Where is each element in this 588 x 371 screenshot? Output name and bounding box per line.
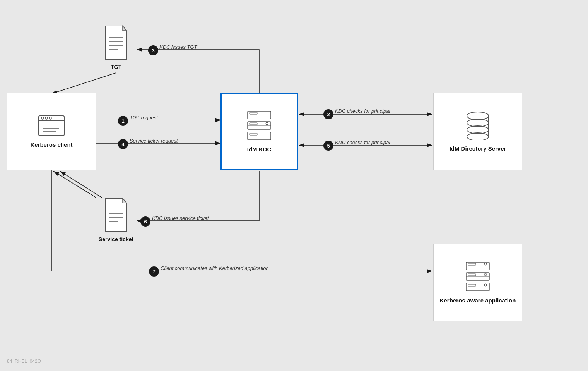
step-5-label: KDC checks for principal [335,139,390,145]
tgt-box: TGT [97,25,135,76]
step-2-label: KDC checks for principal [335,108,390,114]
idm-kdc-label: IdM KDC [247,146,272,153]
svg-marker-45 [106,26,126,59]
service-ticket-icon [103,198,130,234]
idm-ds-box: IdM Directory Server [433,93,522,170]
step-7-circle: 7 [149,266,159,277]
svg-point-15 [45,117,48,119]
svg-point-16 [49,117,51,119]
idm-ds-icon [464,111,491,142]
tgt-label: TGT [111,64,121,70]
svg-marker-46 [123,26,126,31]
step-5-circle: 5 [323,141,333,151]
kerb-app-icon [464,261,491,294]
svg-line-5 [51,73,116,94]
kerberos-client-box: Kerberos client [7,93,96,170]
step-7-label: Client communicates with Kerberized appl… [161,265,269,271]
step-3-label: KDC issues TGT [159,44,197,50]
tgt-icon [103,25,130,62]
svg-point-23 [266,112,268,114]
svg-line-9 [53,171,96,198]
step-2-circle: 2 [323,109,333,119]
svg-marker-51 [106,198,126,232]
watermark: 84_RHEL_042O [7,359,41,364]
svg-rect-63 [468,274,476,276]
svg-marker-52 [123,198,126,203]
kerberos-client-label: Kerberos client [30,141,72,149]
svg-rect-26 [250,123,257,125]
step-1-label: TGT request [130,115,158,120]
svg-point-60 [484,263,487,265]
step-6-label: KDC issues service ticket [152,215,209,221]
svg-line-8 [60,171,102,198]
step-4-circle: 4 [118,139,128,149]
idm-kdc-icon [246,110,273,143]
kerberos-client-icon [38,115,65,138]
diagram-container: Kerberos client IdM KDC [0,0,588,371]
svg-rect-67 [468,284,476,286]
service-ticket-box: Service ticket [97,198,135,248]
svg-rect-22 [250,112,257,114]
step-6-circle: 6 [140,216,150,227]
idm-ds-label: IdM Directory Server [450,145,506,153]
step-1-circle: 1 [118,116,128,126]
kerb-app-box: Kerberos-aware application [433,244,522,321]
service-ticket-label: Service ticket [99,236,133,242]
step-4-label: Service ticket request [130,138,178,144]
svg-point-68 [484,284,487,286]
svg-rect-30 [250,133,257,135]
idm-kdc-box: IdM KDC [220,93,298,170]
svg-point-14 [41,117,44,119]
svg-rect-59 [468,263,476,265]
kerb-app-label: Kerberos-aware application [440,297,516,304]
svg-point-64 [484,273,487,276]
step-3-circle: 3 [148,45,158,55]
svg-point-31 [266,133,268,135]
svg-point-27 [266,122,268,125]
